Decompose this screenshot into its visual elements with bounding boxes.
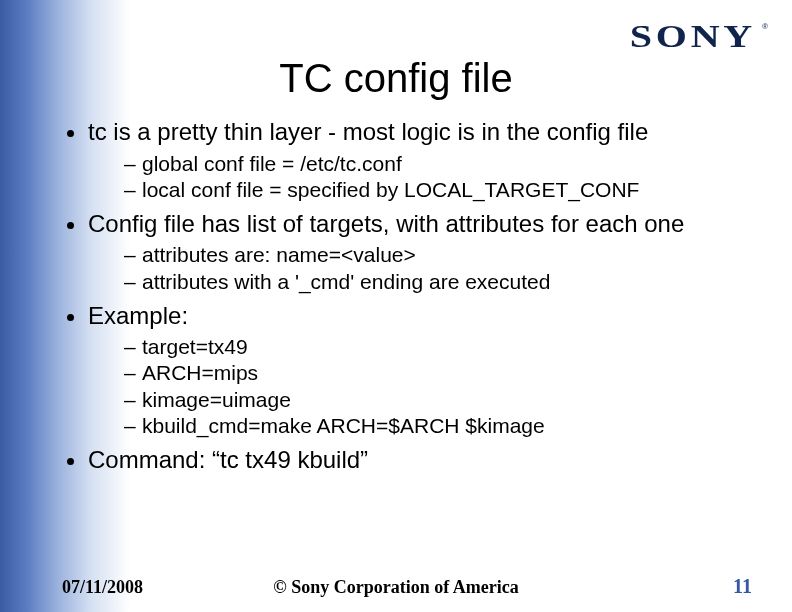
bullet-4: Command: “tc tx49 kbuild”: [88, 446, 760, 474]
slide-content: tc is a pretty thin layer - most logic i…: [60, 110, 760, 474]
slide-title: TC config file: [0, 56, 792, 101]
subbullet: attributes are: name=<value>: [124, 243, 760, 267]
subbullet: target=tx49: [124, 335, 760, 359]
subbullet: kimage=uimage: [124, 388, 760, 412]
registered-mark: ®: [762, 22, 768, 31]
bullet-4-text: Command: “tc tx49 kbuild”: [88, 446, 368, 473]
slide: SONY ® TC config file tc is a pretty thi…: [0, 0, 792, 612]
subbullet: global conf file = /etc/tc.conf: [124, 152, 760, 176]
subbullet: kbuild_cmd=make ARCH=$ARCH $kimage: [124, 414, 760, 438]
footer-page-number: 11: [733, 575, 752, 598]
sony-logo: SONY: [630, 18, 756, 55]
bullet-3-text: Example:: [88, 302, 188, 329]
bullet-3: Example: target=tx49 ARCH=mips kimage=ui…: [88, 302, 760, 438]
bullet-1-text: tc is a pretty thin layer - most logic i…: [88, 118, 648, 145]
subbullet: ARCH=mips: [124, 361, 760, 385]
footer-copyright: © Sony Corporation of America: [0, 577, 792, 598]
subbullet: local conf file = specified by LOCAL_TAR…: [124, 178, 760, 202]
subbullet: attributes with a '_cmd' ending are exec…: [124, 270, 760, 294]
bullet-2: Config file has list of targets, with at…: [88, 210, 760, 294]
bullet-1: tc is a pretty thin layer - most logic i…: [88, 118, 760, 202]
bullet-2-text: Config file has list of targets, with at…: [88, 210, 684, 237]
